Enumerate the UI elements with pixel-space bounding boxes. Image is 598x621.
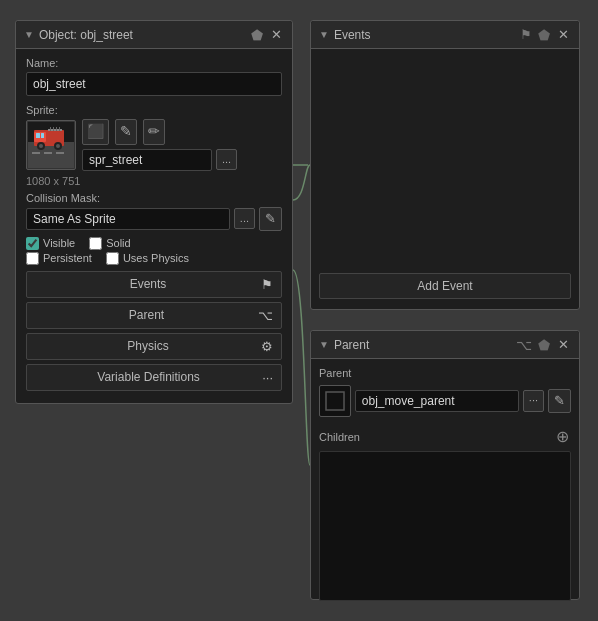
- uses-physics-checkbox-label[interactable]: Uses Physics: [106, 252, 189, 265]
- parent-panel-header: ▼ Parent ⌥ ⬟ ✕: [311, 331, 579, 359]
- physics-section-button[interactable]: Physics ⚙: [26, 333, 282, 360]
- parent-obj-icon-svg: [324, 390, 346, 412]
- events-flag-header-icon: ⚑: [520, 27, 532, 42]
- sprite-name-row: ...: [82, 149, 237, 171]
- object-panel-close-button[interactable]: ✕: [269, 26, 284, 43]
- sprite-pencil-button[interactable]: ✏: [143, 119, 165, 145]
- children-header: Children ⊕: [319, 427, 571, 447]
- children-label: Children: [319, 431, 360, 443]
- parent-name-input[interactable]: [355, 390, 519, 412]
- events-panel-header: ▼ Events ⚑ ⬟ ✕: [311, 21, 579, 49]
- sprite-edit-button[interactable]: ✎: [115, 119, 137, 145]
- solid-label: Solid: [106, 237, 130, 249]
- persistent-checkbox[interactable]: [26, 252, 39, 265]
- collision-input-row: ... ✎: [26, 207, 282, 231]
- object-panel-header-icons: ⬟ ✕: [251, 26, 284, 43]
- solid-checkbox-label[interactable]: Solid: [89, 237, 130, 250]
- triangle-icon: ▼: [24, 29, 34, 40]
- collision-row: Collision Mask: ... ✎: [26, 192, 282, 231]
- svg-rect-3: [44, 152, 52, 154]
- events-triangle-icon: ▼: [319, 29, 329, 40]
- svg-rect-13: [59, 127, 60, 131]
- name-label: Name:: [26, 57, 282, 69]
- variable-definitions-section-button[interactable]: Variable Definitions ···: [26, 364, 282, 391]
- parent-panel-header-icons: ⌥ ⬟ ✕: [516, 336, 571, 353]
- checkboxes-row: Visible Solid: [26, 237, 282, 250]
- events-close-icon: ✕: [558, 27, 569, 42]
- variable-definitions-dots-icon: ···: [262, 370, 273, 385]
- parent-panel-body: Parent ··· ✎ Children ⊕: [311, 359, 579, 609]
- sprite-more-button[interactable]: ...: [216, 149, 237, 170]
- physics-gear-icon: ⚙: [261, 339, 273, 354]
- parent-btn-label: Parent: [35, 308, 258, 322]
- parent-row: ··· ✎: [319, 385, 571, 417]
- uses-physics-checkbox[interactable]: [106, 252, 119, 265]
- parent-panel-title: Parent: [334, 338, 369, 352]
- parent-panel-divider-icon: ⬟: [538, 337, 550, 353]
- sprite-image: [28, 122, 74, 168]
- parent-more-button[interactable]: ···: [523, 390, 544, 411]
- events-panel-header-icons: ⚑ ⬟ ✕: [520, 26, 571, 43]
- sprite-row: ⬛ ✎ ✏ ...: [26, 119, 282, 171]
- object-panel-title: Object: obj_street: [39, 28, 133, 42]
- variable-definitions-btn-label: Variable Definitions: [35, 370, 262, 384]
- object-panel-body: Name: Sprite:: [16, 49, 292, 403]
- events-panel-title-area: ▼ Events: [319, 28, 371, 42]
- events-panel-title: Events: [334, 28, 371, 42]
- events-btn-label: Events: [35, 277, 261, 291]
- collision-edit-button[interactable]: ✎: [259, 207, 282, 231]
- svg-rect-11: [53, 127, 54, 131]
- parent-object-icon: [319, 385, 351, 417]
- object-panel-icon-1: ⬟: [251, 27, 263, 43]
- object-panel: ▼ Object: obj_street ⬟ ✕ Name: Sprite:: [15, 20, 293, 404]
- parent-tree-header-icon: ⌥: [516, 337, 532, 353]
- events-panel: ▼ Events ⚑ ⬟ ✕ Add Event: [310, 20, 580, 310]
- collision-more-button[interactable]: ...: [234, 208, 255, 229]
- svg-rect-4: [56, 152, 64, 154]
- visible-checkbox-label[interactable]: Visible: [26, 237, 75, 250]
- parent-section-button[interactable]: Parent ⌥: [26, 302, 282, 329]
- parent-panel-title-area: ▼ Parent: [319, 338, 369, 352]
- svg-point-15: [39, 144, 43, 148]
- solid-checkbox[interactable]: [89, 237, 102, 250]
- svg-rect-18: [326, 392, 344, 410]
- parent-close-icon: ✕: [558, 337, 569, 352]
- events-panel-close-button[interactable]: ✕: [556, 26, 571, 43]
- sprite-label: Sprite:: [26, 104, 282, 116]
- collision-input[interactable]: [26, 208, 230, 230]
- svg-rect-2: [32, 152, 40, 154]
- checkboxes-row-2: Persistent Uses Physics: [26, 252, 282, 265]
- add-event-button[interactable]: Add Event: [319, 273, 571, 299]
- svg-rect-8: [41, 133, 44, 138]
- sprite-dimensions: 1080 x 751: [26, 175, 282, 187]
- sprite-name-input[interactable]: [82, 149, 212, 171]
- events-content-area: [319, 57, 571, 273]
- add-child-button[interactable]: ⊕: [554, 427, 571, 447]
- sprite-thumbnail[interactable]: [26, 120, 76, 170]
- parent-triangle-icon: ▼: [319, 339, 329, 350]
- sprite-browse-button[interactable]: ⬛: [82, 119, 109, 145]
- children-area: [319, 451, 571, 601]
- parent-edit-button[interactable]: ✎: [548, 389, 571, 413]
- physics-btn-label: Physics: [35, 339, 261, 353]
- name-input[interactable]: [26, 72, 282, 96]
- visible-checkbox[interactable]: [26, 237, 39, 250]
- sprite-top-icons: ⬛ ✎ ✏: [82, 119, 237, 145]
- visible-label: Visible: [43, 237, 75, 249]
- parent-tree-icon: ⌥: [258, 308, 273, 323]
- events-section-button[interactable]: Events ⚑: [26, 271, 282, 298]
- object-panel-header: ▼ Object: obj_street ⬟ ✕: [16, 21, 292, 49]
- persistent-checkbox-label[interactable]: Persistent: [26, 252, 92, 265]
- svg-rect-7: [36, 133, 40, 138]
- persistent-label: Persistent: [43, 252, 92, 264]
- collision-label: Collision Mask:: [26, 192, 282, 204]
- parent-field-label: Parent: [319, 367, 571, 379]
- events-panel-body: Add Event: [311, 49, 579, 307]
- object-panel-title-area: ▼ Object: obj_street: [24, 28, 133, 42]
- close-icon: ✕: [271, 27, 282, 42]
- svg-rect-10: [50, 127, 51, 131]
- parent-panel-close-button[interactable]: ✕: [556, 336, 571, 353]
- svg-rect-12: [56, 127, 57, 131]
- sprite-controls: ⬛ ✎ ✏ ...: [82, 119, 237, 171]
- events-flag-icon: ⚑: [261, 277, 273, 292]
